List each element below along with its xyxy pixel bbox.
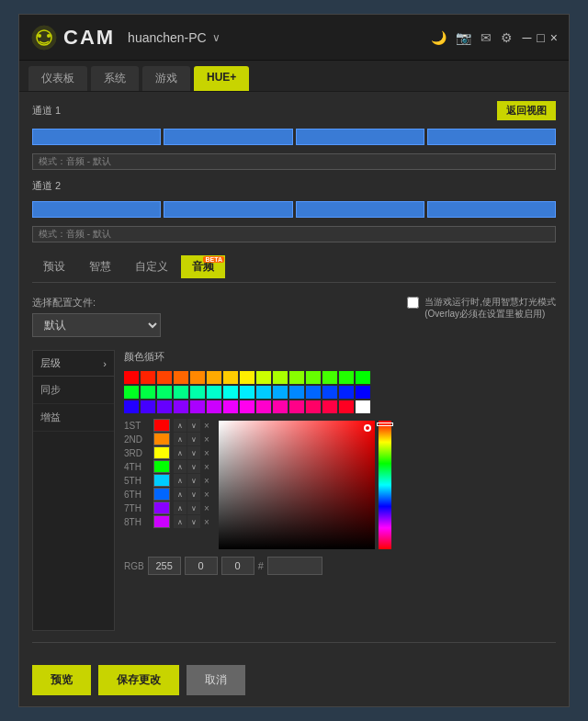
color-swatch[interactable] xyxy=(223,371,238,384)
remove-color-button[interactable]: × xyxy=(204,490,209,500)
color-swatch[interactable] xyxy=(356,371,370,384)
color-swatch[interactable] xyxy=(322,371,337,384)
color-swatch[interactable] xyxy=(289,400,304,413)
color-swatch-entry[interactable] xyxy=(153,446,170,459)
arrow-up-btn[interactable]: ∧ xyxy=(174,488,187,501)
remove-color-button[interactable]: × xyxy=(204,462,209,472)
color-swatch[interactable] xyxy=(306,386,321,399)
color-swatch[interactable] xyxy=(256,371,271,384)
color-swatch[interactable] xyxy=(273,371,288,384)
arrow-down-btn[interactable]: ∨ xyxy=(187,446,200,459)
color-swatch[interactable] xyxy=(207,371,221,384)
remove-color-button[interactable]: × xyxy=(204,517,209,527)
color-swatch[interactable] xyxy=(240,386,254,399)
color-swatch-entry[interactable] xyxy=(153,474,170,487)
settings-icon[interactable]: ⚙ xyxy=(501,30,513,45)
arrow-down-btn[interactable]: ∨ xyxy=(187,474,200,487)
remove-color-button[interactable]: × xyxy=(204,503,209,513)
subtab-preset[interactable]: 预设 xyxy=(32,255,76,278)
arrow-up-btn[interactable]: ∧ xyxy=(174,446,187,459)
sync-item[interactable]: 同步 xyxy=(33,377,114,404)
preview-button[interactable]: 预览 xyxy=(32,665,91,695)
gain-item[interactable]: 增益 xyxy=(33,404,114,432)
color-swatch-entry[interactable] xyxy=(153,501,170,514)
color-swatch-entry[interactable] xyxy=(153,488,170,501)
color-swatch[interactable] xyxy=(157,400,172,413)
red-input[interactable] xyxy=(148,557,181,575)
color-swatch[interactable] xyxy=(174,371,188,384)
dropdown-icon[interactable]: ∨ xyxy=(212,31,220,44)
color-swatch-entry[interactable] xyxy=(153,433,170,445)
color-swatch[interactable] xyxy=(174,400,188,413)
camera-icon[interactable]: 📷 xyxy=(456,30,471,45)
color-swatch[interactable] xyxy=(240,400,254,413)
arrow-up-btn[interactable]: ∧ xyxy=(174,515,187,528)
layer-header[interactable]: 层级 › xyxy=(33,351,114,377)
hue-slider[interactable] xyxy=(379,421,391,549)
minimize-button[interactable]: ─ xyxy=(522,30,531,45)
color-swatch[interactable] xyxy=(256,386,271,399)
color-swatch[interactable] xyxy=(223,386,238,399)
color-swatch[interactable] xyxy=(190,371,205,384)
color-swatch[interactable] xyxy=(174,386,188,399)
remove-color-button[interactable]: × xyxy=(204,476,209,486)
arrow-down-btn[interactable]: ∨ xyxy=(187,501,200,514)
color-swatch[interactable] xyxy=(190,400,205,413)
remove-color-button[interactable]: × xyxy=(204,448,209,458)
subtab-smart[interactable]: 智慧 xyxy=(78,255,122,278)
color-swatch[interactable] xyxy=(306,371,321,384)
color-swatch[interactable] xyxy=(322,386,337,399)
cancel-button[interactable]: 取消 xyxy=(187,665,245,695)
color-swatch[interactable] xyxy=(339,371,354,384)
color-swatch[interactable] xyxy=(223,400,238,413)
tab-games[interactable]: 游戏 xyxy=(142,66,190,91)
gradient-picker[interactable] xyxy=(219,421,375,549)
color-swatch[interactable] xyxy=(207,386,221,399)
tab-hue[interactable]: HUE+ xyxy=(194,66,249,91)
color-swatch[interactable] xyxy=(356,400,370,413)
return-view-button[interactable]: 返回视图 xyxy=(497,101,556,120)
arrow-down-btn[interactable]: ∨ xyxy=(187,515,200,528)
tab-system[interactable]: 系统 xyxy=(91,66,139,91)
smart-light-checkbox[interactable] xyxy=(407,297,419,309)
subtab-audio[interactable]: 音频 BETA xyxy=(181,255,225,278)
remove-color-button[interactable]: × xyxy=(204,421,209,431)
color-swatch[interactable] xyxy=(124,386,139,399)
arrow-up-btn[interactable]: ∧ xyxy=(174,433,187,445)
color-swatch[interactable] xyxy=(273,386,288,399)
color-swatch-entry[interactable] xyxy=(153,460,170,473)
color-swatch[interactable] xyxy=(339,400,354,413)
mail-icon[interactable]: ✉ xyxy=(481,30,492,45)
arrow-down-btn[interactable]: ∨ xyxy=(187,460,200,473)
color-swatch[interactable] xyxy=(141,386,155,399)
color-swatch[interactable] xyxy=(141,371,155,384)
color-swatch[interactable] xyxy=(289,371,304,384)
color-swatch[interactable] xyxy=(273,400,288,413)
color-swatch[interactable] xyxy=(124,371,139,384)
color-swatch[interactable] xyxy=(339,386,354,399)
color-swatch[interactable] xyxy=(306,400,321,413)
arrow-down-btn[interactable]: ∨ xyxy=(187,433,200,445)
arrow-up-btn[interactable]: ∧ xyxy=(174,460,187,473)
close-button[interactable]: × xyxy=(550,30,558,45)
green-input[interactable] xyxy=(185,557,218,575)
arrow-down-btn[interactable]: ∨ xyxy=(187,419,200,432)
blue-input[interactable] xyxy=(221,557,254,575)
subtab-custom[interactable]: 自定义 xyxy=(124,255,179,278)
color-swatch[interactable] xyxy=(356,386,370,399)
moon-icon[interactable]: 🌙 xyxy=(431,30,447,45)
arrow-up-btn[interactable]: ∧ xyxy=(174,474,187,487)
color-swatch[interactable] xyxy=(240,371,254,384)
tab-dashboard[interactable]: 仪表板 xyxy=(28,66,87,91)
color-swatch[interactable] xyxy=(256,400,271,413)
maximize-button[interactable]: □ xyxy=(537,30,544,45)
color-swatch[interactable] xyxy=(141,400,155,413)
color-swatch[interactable] xyxy=(157,371,172,384)
color-swatch[interactable] xyxy=(190,386,205,399)
color-swatch-entry[interactable] xyxy=(153,419,170,432)
hex-input[interactable]: FF0000 xyxy=(267,557,322,575)
remove-color-button[interactable]: × xyxy=(204,434,209,445)
color-swatch[interactable] xyxy=(157,386,172,399)
save-button[interactable]: 保存更改 xyxy=(98,665,179,695)
color-swatch[interactable] xyxy=(207,400,221,413)
